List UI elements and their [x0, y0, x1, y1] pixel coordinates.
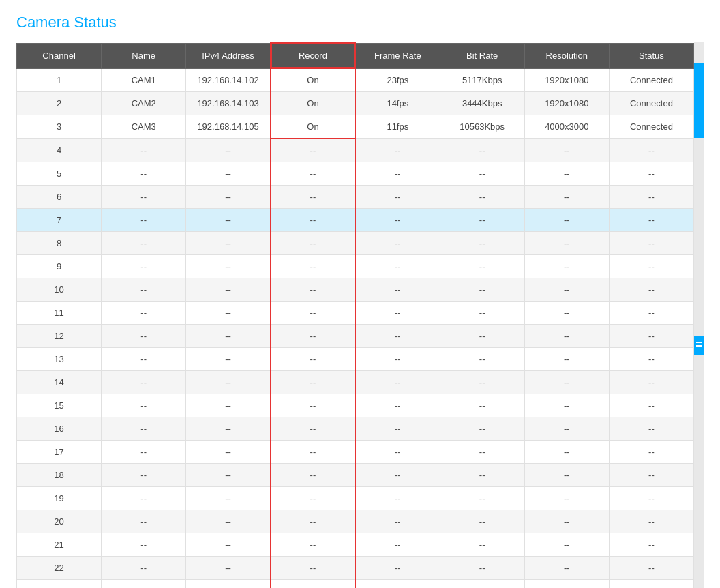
cell-framerate: -- — [355, 302, 440, 325]
cell-record: -- — [271, 348, 355, 371]
cell-resolution: -- — [524, 533, 609, 557]
cell-channel: 13 — [17, 348, 102, 371]
cell-ipv4: -- — [186, 302, 271, 325]
cell-name: -- — [102, 464, 186, 487]
cell-status: -- — [609, 232, 693, 255]
table-row: 21-------------- — [17, 533, 694, 557]
cell-bitrate: -- — [440, 464, 524, 487]
cell-framerate: -- — [355, 510, 440, 533]
cell-status: -- — [609, 510, 693, 533]
cell-record: -- — [271, 138, 355, 162]
scrollbar-menu-icon[interactable] — [694, 336, 704, 355]
table-row: 19-------------- — [17, 487, 694, 510]
cell-name: -- — [102, 533, 186, 557]
cell-channel: 22 — [17, 557, 102, 580]
table-row: 7-------------- — [17, 209, 694, 232]
cell-bitrate: -- — [440, 209, 524, 232]
cell-ipv4: -- — [186, 255, 271, 278]
cell-bitrate: -- — [440, 510, 524, 533]
cell-record: -- — [271, 325, 355, 348]
cell-channel: 18 — [17, 464, 102, 487]
cell-bitrate: -- — [440, 278, 524, 302]
cell-channel: 15 — [17, 394, 102, 417]
cell-framerate: 11fps — [355, 115, 440, 139]
cell-channel: 4 — [17, 138, 102, 162]
table-row: 23-------------- — [17, 580, 694, 589]
cell-bitrate: -- — [440, 533, 524, 557]
scrollbar-thumb[interactable] — [694, 63, 704, 138]
cell-name: -- — [102, 371, 186, 394]
cell-resolution: -- — [524, 348, 609, 371]
cell-channel: 16 — [17, 417, 102, 441]
cell-channel: 10 — [17, 278, 102, 302]
cell-bitrate: -- — [440, 394, 524, 417]
cell-channel: 5 — [17, 162, 102, 186]
cell-ipv4: -- — [186, 162, 271, 186]
cell-bitrate: 5117Kbps — [440, 68, 524, 92]
cell-ipv4: -- — [186, 278, 271, 302]
cell-status: -- — [609, 255, 693, 278]
cell-resolution: -- — [524, 557, 609, 580]
cell-record: -- — [271, 302, 355, 325]
cell-channel: 19 — [17, 487, 102, 510]
cell-record: -- — [271, 580, 355, 589]
cell-status: -- — [609, 394, 693, 417]
cell-resolution: -- — [524, 232, 609, 255]
cell-status: -- — [609, 348, 693, 371]
cell-ipv4: -- — [186, 487, 271, 510]
cell-bitrate: -- — [440, 138, 524, 162]
cell-status: -- — [609, 302, 693, 325]
cell-name: -- — [102, 510, 186, 533]
cell-record: On — [271, 115, 355, 139]
cell-status: -- — [609, 162, 693, 186]
cell-resolution: -- — [524, 255, 609, 278]
cell-ipv4: 192.168.14.102 — [186, 68, 271, 92]
col-header-bitrate: Bit Rate — [440, 43, 524, 68]
cell-channel: 8 — [17, 232, 102, 255]
cell-record: -- — [271, 557, 355, 580]
cell-ipv4: -- — [186, 209, 271, 232]
cell-name: -- — [102, 557, 186, 580]
cell-bitrate: -- — [440, 348, 524, 371]
cell-status: -- — [609, 138, 693, 162]
table-row: 16-------------- — [17, 417, 694, 441]
cell-ipv4: -- — [186, 186, 271, 209]
cell-framerate: -- — [355, 348, 440, 371]
cell-framerate: -- — [355, 441, 440, 464]
table-row: 15-------------- — [17, 394, 694, 417]
cell-name: -- — [102, 394, 186, 417]
cell-resolution: -- — [524, 162, 609, 186]
cell-resolution: -- — [524, 302, 609, 325]
scrollbar[interactable] — [694, 42, 704, 588]
cell-channel: 3 — [17, 115, 102, 139]
cell-resolution: -- — [524, 138, 609, 162]
col-header-ipv4: IPv4 Address — [186, 43, 271, 68]
cell-resolution: -- — [524, 209, 609, 232]
cell-name: -- — [102, 441, 186, 464]
cell-channel: 11 — [17, 302, 102, 325]
cell-ipv4: -- — [186, 371, 271, 394]
cell-bitrate: -- — [440, 371, 524, 394]
table-row: 11-------------- — [17, 302, 694, 325]
cell-channel: 20 — [17, 510, 102, 533]
cell-channel: 12 — [17, 325, 102, 348]
cell-name: -- — [102, 417, 186, 441]
cell-bitrate: -- — [440, 255, 524, 278]
cell-framerate: -- — [355, 533, 440, 557]
cell-name: -- — [102, 138, 186, 162]
cell-ipv4: -- — [186, 557, 271, 580]
cell-framerate: -- — [355, 138, 440, 162]
cell-status: Connected — [609, 92, 693, 115]
cell-ipv4: -- — [186, 464, 271, 487]
cell-framerate: -- — [355, 464, 440, 487]
cell-status: -- — [609, 209, 693, 232]
page-title: Camera Status — [16, 14, 704, 31]
cell-name: CAM2 — [102, 92, 186, 115]
table-row: 5-------------- — [17, 162, 694, 186]
cell-channel: 23 — [17, 580, 102, 589]
cell-record: -- — [271, 255, 355, 278]
cell-framerate: -- — [355, 394, 440, 417]
cell-status: -- — [609, 417, 693, 441]
table-row: 8-------------- — [17, 232, 694, 255]
menu-line-1 — [696, 342, 702, 344]
